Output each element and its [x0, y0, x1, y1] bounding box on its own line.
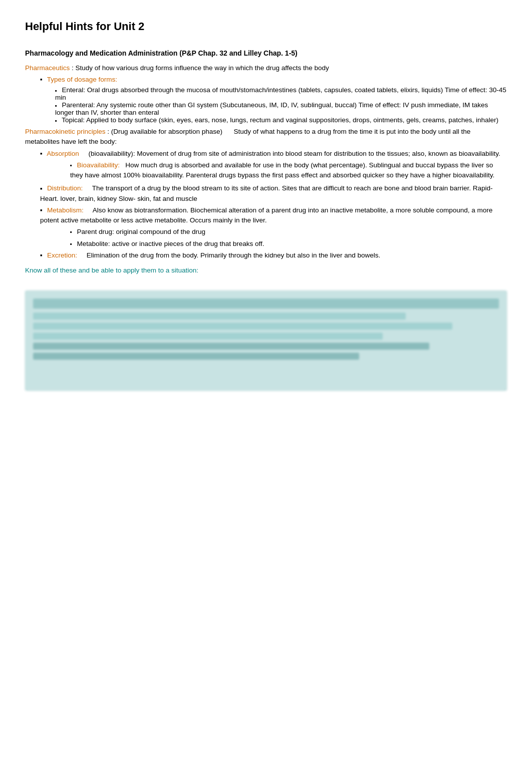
pharmacokinetic-line: Pharmacokinetic principles : (Drug avail…	[25, 127, 507, 147]
excretion-desc: Elimination of the drug from the body. P…	[87, 251, 381, 259]
parent-drug-text: Parent drug: original compound of the dr…	[77, 228, 205, 235]
dosage-label: Types of dosage forms:	[40, 75, 507, 85]
enteral-item: Enteral: Oral drugs absorbed through the…	[55, 86, 507, 101]
parenteral-item: Parenteral: Any systemic route other tha…	[55, 101, 507, 116]
dosage-forms-label: Types of dosage forms:	[47, 76, 117, 83]
parent-drug-item: Parent drug: original compound of the dr…	[70, 227, 507, 237]
metabolism-desc: Also know as biotransformation. Biochemi…	[40, 206, 492, 224]
metabolism-label: Metabolism:	[47, 206, 84, 214]
distribution-item: Distribution: The transport of a drug by…	[40, 183, 507, 204]
know-text: Know all of these and be able to apply t…	[25, 267, 198, 274]
bioavailability-label: Bioavailability:	[77, 161, 120, 169]
pharmacokinetic-label: Pharmacokinetic principles	[25, 128, 106, 135]
page-title: Helpful Hints for Unit 2	[25, 20, 507, 33]
excretion-label: Excretion:	[47, 251, 77, 259]
metabolite-text: Metabolite: active or inactive pieces of…	[77, 240, 264, 247]
bioavailability-item: Bioavailability: How much drug is absorb…	[70, 160, 507, 181]
pharmaceutics-label: Pharmaceutics	[25, 64, 70, 72]
excretion-item: Excretion: Elimination of the drug from …	[40, 250, 507, 260]
enteral-text: Enteral: Oral drugs absorbed through the…	[55, 86, 506, 101]
pharmaceutics-desc: : Study of how various drug forms influe…	[72, 64, 329, 72]
absorption-label: Absorption	[47, 150, 79, 157]
topical-item: Topical: Applied to body surface (skin, …	[55, 116, 507, 124]
distribution-label: Distribution:	[47, 184, 83, 192]
know-label: Know all of these and be able to apply t…	[25, 266, 507, 276]
section-heading: Pharmacology and Medication Administrati…	[25, 48, 507, 59]
topical-text: Topical: Applied to body surface (skin, …	[62, 116, 498, 124]
parenteral-text: Parenteral: Any systemic route other tha…	[55, 101, 488, 116]
metabolism-item: Metabolism: Also know as biotransformati…	[40, 205, 507, 226]
blurred-content	[25, 291, 507, 391]
absorption-item: Absorption (bioavailability): Movement o…	[40, 149, 507, 159]
bioavailability-desc: How much drug is absorbed and available …	[70, 161, 494, 179]
absorption-desc: (bioavailability): Movement of drug from…	[89, 150, 500, 157]
distribution-desc: The transport of a drug by the blood str…	[40, 184, 493, 202]
pharmaceutics-line: Pharmaceutics : Study of how various dru…	[25, 63, 507, 73]
metabolite-item: Metabolite: active or inactive pieces of…	[70, 239, 507, 249]
pharmacokinetic-desc1: : (Drug available for absorption phase)	[107, 128, 222, 135]
